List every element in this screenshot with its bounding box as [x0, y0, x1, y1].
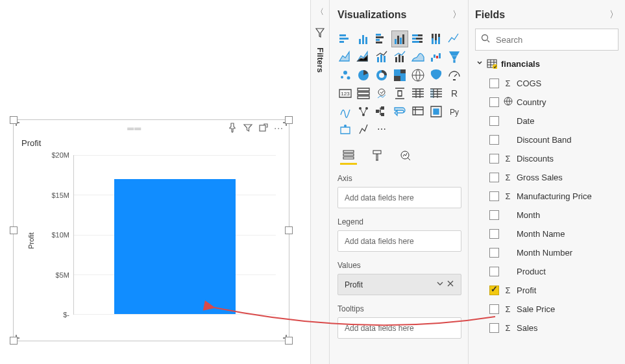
filter-icon[interactable]	[243, 123, 253, 135]
viz-type-100-column[interactable]	[428, 31, 444, 47]
viz-type-stacked-column[interactable]	[356, 31, 371, 47]
table-header[interactable]: financials	[475, 58, 619, 69]
svg-rect-52	[398, 91, 402, 96]
field-row[interactable]: Month Name	[475, 224, 619, 243]
field-row[interactable]: ΣManufacturing Price	[475, 187, 619, 206]
viz-type-pie[interactable]	[356, 67, 371, 83]
pin-icon[interactable]	[227, 123, 238, 135]
viz-type-clustered-bar[interactable]	[374, 31, 389, 47]
viz-type-scatter[interactable]	[337, 67, 353, 83]
viz-type-python[interactable]	[356, 104, 371, 119]
viz-type-card[interactable]	[356, 86, 371, 101]
focus-icon[interactable]	[258, 123, 269, 135]
field-row[interactable]: ΣProfit	[475, 281, 619, 300]
field-name: Date	[517, 116, 534, 126]
viz-type-map[interactable]	[410, 67, 426, 83]
viz-type-matrix[interactable]: R	[447, 86, 462, 101]
search-input[interactable]	[496, 35, 613, 45]
field-checkbox[interactable]	[489, 323, 499, 333]
viz-type-clustered-column[interactable]	[392, 31, 408, 47]
chevron-right-icon[interactable]: 〉	[452, 9, 461, 21]
field-checkbox[interactable]	[489, 135, 499, 145]
field-checkbox[interactable]	[489, 191, 499, 201]
field-row[interactable]: Month	[475, 206, 619, 224]
field-checkbox[interactable]	[489, 248, 499, 258]
viz-type-keyinfluencer[interactable]	[374, 104, 389, 119]
viz-type-ai[interactable]	[447, 67, 462, 83]
resize-handle[interactable]	[10, 116, 18, 124]
chart-bar[interactable]	[114, 179, 236, 314]
resize-handle[interactable]	[10, 226, 18, 234]
legend-well[interactable]: Add data fields here	[337, 230, 461, 252]
viz-type-kpi[interactable]	[392, 86, 408, 101]
axis-well[interactable]: Add data fields here	[337, 187, 461, 208]
search-box[interactable]	[475, 29, 619, 51]
field-row[interactable]: ΣSale Price	[475, 300, 619, 319]
viz-type-ribbon[interactable]	[410, 49, 426, 65]
field-row[interactable]: ΣDiscounts	[475, 149, 619, 168]
viz-type-area[interactable]	[337, 49, 353, 65]
chevron-down-icon[interactable]	[476, 60, 483, 67]
field-checkbox[interactable]	[489, 154, 499, 164]
field-checkbox[interactable]	[489, 79, 499, 88]
viz-type-stacked-bar[interactable]	[337, 31, 353, 47]
field-checkbox[interactable]	[489, 116, 499, 126]
viz-type-more[interactable]: Py	[447, 104, 462, 119]
close-icon[interactable]	[447, 280, 454, 289]
viz-type-table[interactable]	[428, 86, 444, 101]
viz-type-filled-map[interactable]	[428, 67, 444, 83]
analytics-tab[interactable]	[397, 147, 414, 165]
viz-type-100-bar[interactable]	[410, 31, 426, 47]
viz-type-custom[interactable]	[356, 122, 371, 138]
viz-type-waterfall[interactable]	[428, 49, 444, 65]
field-row[interactable]: Date	[475, 112, 619, 130]
field-row[interactable]: ΣSales	[475, 319, 619, 337]
field-checkbox[interactable]	[489, 304, 499, 314]
viz-type-decomp[interactable]	[392, 104, 408, 119]
resize-handle[interactable]	[285, 337, 293, 345]
values-well[interactable]: Profit	[337, 274, 461, 295]
chevron-down-icon[interactable]	[436, 280, 444, 289]
format-tab[interactable]	[369, 147, 386, 165]
resize-handle[interactable]	[285, 226, 293, 234]
viz-type-r[interactable]	[337, 104, 353, 119]
field-checkbox[interactable]	[489, 267, 499, 276]
viz-type-slicer[interactable]	[410, 86, 426, 101]
filters-pane-collapsed[interactable]: 〈 Filters	[310, 0, 330, 364]
viz-type-multirow[interactable]	[374, 86, 389, 101]
field-checkbox[interactable]	[489, 229, 499, 239]
field-checkbox[interactable]	[489, 285, 499, 295]
viz-type-ellipsis[interactable]: ⋯	[374, 122, 389, 138]
report-canvas[interactable]: ══ ··· Profit Profit $-$5M$10M$15M$20M	[0, 0, 306, 364]
viz-type-funnel[interactable]	[447, 49, 462, 65]
viz-type-line-col2[interactable]	[392, 49, 408, 65]
chevron-left-icon[interactable]: 〈	[311, 6, 329, 18]
viz-type-powerapps[interactable]	[337, 122, 353, 138]
field-row[interactable]: Product	[475, 262, 619, 281]
field-row[interactable]: Month Number	[475, 243, 619, 262]
viz-type-line-col[interactable]	[374, 49, 389, 65]
viz-type-paginated[interactable]	[428, 104, 444, 119]
resize-handle[interactable]	[285, 116, 293, 124]
field-checkbox[interactable]	[489, 210, 499, 220]
field-row[interactable]: ΣCOGS	[475, 74, 619, 93]
viz-type-gauge[interactable]: 123	[337, 86, 353, 101]
resize-handle[interactable]	[10, 337, 18, 345]
viz-type-donut[interactable]	[374, 67, 389, 83]
viz-type-stacked-area[interactable]	[356, 49, 371, 65]
field-checkbox[interactable]	[489, 97, 499, 107]
viz-type-treemap[interactable]	[392, 67, 408, 83]
svg-point-37	[341, 76, 343, 79]
y-tick-label: $5M	[43, 271, 69, 279]
grip-icon[interactable]: ══	[42, 123, 227, 134]
viz-type-line[interactable]	[447, 31, 462, 47]
field-row[interactable]: Discount Band	[475, 130, 619, 149]
field-row[interactable]: Country	[475, 93, 619, 112]
fields-tab[interactable]	[340, 147, 357, 165]
viz-type-qa[interactable]	[410, 104, 426, 119]
tooltips-well[interactable]: Add data fields here	[337, 317, 461, 339]
chevron-right-icon[interactable]: 〉	[609, 9, 619, 21]
field-checkbox[interactable]	[489, 173, 499, 182]
chart-tile[interactable]: ══ ··· Profit Profit $-$5M$10M$15M$20M	[13, 119, 289, 341]
field-row[interactable]: ΣGross Sales	[475, 168, 619, 187]
